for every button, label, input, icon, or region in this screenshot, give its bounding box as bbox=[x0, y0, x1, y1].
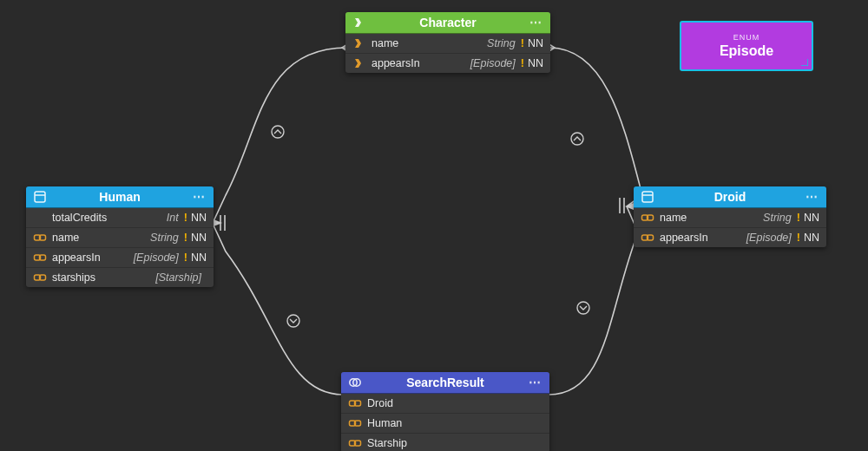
link-icon bbox=[33, 231, 47, 245]
entity-icon bbox=[33, 190, 47, 204]
field-name: totalCredits bbox=[52, 212, 167, 224]
link-icon bbox=[33, 271, 47, 284]
resize-corner-icon bbox=[801, 59, 808, 66]
svg-rect-12 bbox=[35, 192, 45, 202]
field-row[interactable]: Human bbox=[341, 414, 549, 434]
fork-icon bbox=[352, 56, 366, 70]
field-type: String bbox=[487, 37, 516, 49]
node-episode-enum[interactable]: ENUM Episode bbox=[680, 21, 813, 71]
field-row[interactable]: Starship bbox=[341, 434, 549, 451]
node-header-droid[interactable]: Droid ⋯ bbox=[634, 186, 826, 208]
field-type: String bbox=[150, 232, 179, 244]
nn-label: NN bbox=[191, 252, 207, 264]
enum-title: Episode bbox=[720, 43, 773, 59]
not-null-marker: ! bbox=[521, 57, 524, 69]
node-header-human[interactable]: Human ⋯ bbox=[26, 186, 214, 208]
field-row[interactable]: appearsIn [Episode] ! NN bbox=[26, 248, 214, 268]
field-type: [Episode] bbox=[134, 252, 179, 264]
node-character[interactable]: Character ⋯ name String ! NN appearsIn [… bbox=[345, 12, 550, 73]
field-type: [Episode] bbox=[746, 232, 792, 244]
field-name: appearsIn bbox=[372, 57, 470, 69]
link-icon bbox=[33, 251, 47, 265]
link-icon bbox=[348, 396, 362, 410]
link-icon bbox=[348, 416, 362, 430]
not-null-marker: ! bbox=[184, 252, 187, 264]
field-name: appearsIn bbox=[660, 232, 746, 244]
node-title: Droid bbox=[714, 190, 746, 204]
union-icon bbox=[348, 376, 362, 389]
node-title: Character bbox=[419, 16, 476, 29]
node-title: Human bbox=[99, 190, 140, 204]
field-name: name bbox=[372, 37, 487, 49]
nn-label: NN bbox=[804, 212, 819, 224]
nn-label: NN bbox=[804, 232, 819, 244]
field-row[interactable]: name String ! NN bbox=[634, 208, 826, 228]
svg-point-9 bbox=[571, 133, 583, 145]
enum-tag: ENUM bbox=[733, 33, 760, 42]
svg-point-10 bbox=[287, 315, 299, 327]
field-row[interactable]: name String ! NN bbox=[345, 34, 550, 54]
fork-icon bbox=[352, 36, 366, 50]
not-null-marker: ! bbox=[797, 212, 800, 224]
not-null-marker: ! bbox=[184, 212, 187, 224]
field-name: Droid bbox=[367, 397, 542, 409]
field-type: [Episode] bbox=[470, 57, 516, 69]
not-null-marker: ! bbox=[184, 232, 187, 244]
blank-icon bbox=[33, 211, 47, 225]
not-null-marker: ! bbox=[521, 37, 524, 49]
fork-icon bbox=[352, 16, 366, 29]
link-icon bbox=[348, 436, 362, 450]
nn-label: NN bbox=[528, 57, 543, 69]
node-title: SearchResult bbox=[406, 376, 483, 389]
node-human[interactable]: Human ⋯ totalCredits Int ! NN name Strin… bbox=[26, 186, 214, 287]
node-header-searchresult[interactable]: SearchResult ⋯ bbox=[341, 372, 549, 394]
field-type: Int bbox=[167, 212, 179, 224]
field-row[interactable]: Droid bbox=[341, 394, 549, 414]
field-name: Starship bbox=[367, 437, 542, 449]
svg-point-8 bbox=[272, 126, 284, 138]
node-menu-button[interactable]: ⋯ bbox=[528, 16, 543, 29]
field-type: String bbox=[763, 212, 792, 224]
field-row[interactable]: name String ! NN bbox=[26, 228, 214, 248]
node-droid[interactable]: Droid ⋯ name String ! NN appearsIn [Epis… bbox=[634, 186, 826, 247]
field-name: starships bbox=[52, 271, 155, 284]
field-name: appearsIn bbox=[52, 252, 134, 264]
field-type: [Starship] bbox=[155, 271, 201, 284]
field-row[interactable]: totalCredits Int ! NN bbox=[26, 208, 214, 228]
nn-label: NN bbox=[191, 212, 207, 224]
nn-label: NN bbox=[191, 232, 207, 244]
field-row[interactable]: appearsIn [Episode] ! NN bbox=[634, 228, 826, 247]
node-header-character[interactable]: Character ⋯ bbox=[345, 12, 550, 34]
nn-label: NN bbox=[528, 37, 543, 49]
link-icon bbox=[641, 211, 654, 225]
node-searchresult[interactable]: SearchResult ⋯ Droid Human Starship bbox=[341, 372, 549, 451]
field-name: name bbox=[660, 212, 763, 224]
field-name: name bbox=[52, 232, 150, 244]
link-icon bbox=[641, 231, 654, 245]
field-row[interactable]: appearsIn [Episode] ! NN bbox=[345, 54, 550, 73]
node-menu-button[interactable]: ⋯ bbox=[191, 190, 207, 204]
field-name: Human bbox=[367, 417, 542, 429]
node-menu-button[interactable]: ⋯ bbox=[527, 376, 542, 389]
svg-point-11 bbox=[577, 302, 589, 314]
node-menu-button[interactable]: ⋯ bbox=[804, 190, 819, 204]
field-row[interactable]: starships [Starship] bbox=[26, 268, 214, 287]
not-null-marker: ! bbox=[797, 232, 800, 244]
svg-rect-20 bbox=[642, 192, 653, 202]
entity-icon bbox=[641, 190, 654, 204]
